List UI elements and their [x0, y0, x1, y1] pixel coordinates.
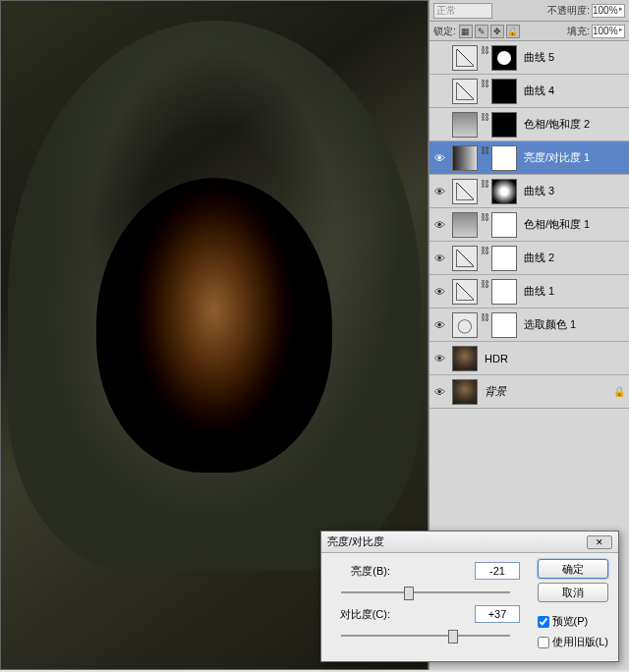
layer-row[interactable]: 👁HDR — [429, 342, 629, 375]
lock-transparency-icon[interactable]: ▦ — [459, 25, 473, 38]
layer-mask-thumbnail[interactable] — [491, 212, 517, 238]
visibility-toggle-icon[interactable]: 👁 — [429, 386, 449, 398]
layer-row[interactable]: 👁⛓选取颜色 1 — [429, 308, 629, 342]
layer-name[interactable]: 选取颜色 1 — [520, 317, 629, 332]
ok-button[interactable]: 确定 — [538, 559, 608, 579]
layer-mask-thumbnail[interactable] — [491, 246, 517, 271]
blend-mode-select[interactable]: 正常 — [433, 3, 492, 19]
panel-header: 正常 不透明度: 100% — [429, 0, 629, 22]
layer-row[interactable]: 👁⛓色相/饱和度 2 — [429, 108, 629, 141]
layer-thumbnail[interactable] — [452, 379, 478, 405]
lock-all-icon[interactable]: 🔒 — [506, 25, 520, 38]
layer-thumbnail[interactable] — [452, 145, 478, 171]
lock-icon: 🔒 — [613, 386, 629, 397]
legacy-checkbox[interactable]: 使用旧版(L) — [538, 635, 608, 649]
layer-name[interactable]: 曲线 4 — [520, 84, 629, 98]
visibility-toggle-icon[interactable]: 👁 — [429, 286, 449, 298]
brightness-slider[interactable] — [341, 585, 510, 600]
mask-link-icon[interactable]: ⛓ — [481, 179, 488, 204]
contrast-input[interactable] — [475, 605, 520, 623]
lock-pixels-icon[interactable]: ✎ — [475, 25, 488, 38]
mask-link-icon[interactable]: ⛓ — [481, 79, 488, 104]
preview-checkbox[interactable]: 预览(P) — [538, 614, 608, 629]
layer-thumbnail[interactable] — [452, 212, 478, 238]
mask-link-icon[interactable]: ⛓ — [481, 112, 488, 138]
layer-mask-thumbnail[interactable] — [491, 79, 517, 104]
lock-row: 锁定: ▦ ✎ ✥ 🔒 填充: 100% — [429, 22, 629, 41]
contrast-slider[interactable] — [341, 628, 510, 644]
lock-label: 锁定: — [433, 25, 456, 38]
mask-link-icon[interactable]: ⛓ — [481, 145, 488, 171]
fill-label: 填充: — [567, 25, 590, 38]
layer-row[interactable]: 👁⛓曲线 2 — [429, 242, 629, 275]
layer-mask-thumbnail[interactable] — [491, 312, 517, 338]
layer-mask-thumbnail[interactable] — [491, 45, 517, 71]
layers-list: 👁⛓曲线 5👁⛓曲线 4👁⛓色相/饱和度 2👁⛓亮度/对比度 1👁⛓曲线 3👁⛓… — [429, 41, 629, 409]
layer-name[interactable]: 色相/饱和度 2 — [520, 117, 629, 132]
layer-name[interactable]: 亮度/对比度 1 — [520, 150, 629, 165]
brightness-input[interactable] — [475, 562, 520, 580]
layer-mask-thumbnail[interactable] — [491, 112, 517, 138]
dialog-title: 亮度/对比度 — [327, 534, 384, 549]
close-icon[interactable]: ✕ — [587, 535, 612, 549]
mask-link-icon[interactable]: ⛓ — [481, 45, 488, 71]
visibility-toggle-icon[interactable]: 👁 — [429, 319, 449, 331]
mask-link-icon[interactable]: ⛓ — [481, 212, 488, 238]
mask-link-icon[interactable]: ⛓ — [481, 279, 488, 305]
layer-thumbnail[interactable] — [452, 246, 478, 271]
layer-mask-thumbnail[interactable] — [491, 145, 517, 171]
layer-thumbnail[interactable] — [452, 279, 478, 305]
layer-row[interactable]: 👁背景🔒 — [429, 375, 629, 409]
layer-name[interactable]: HDR — [481, 353, 629, 364]
layer-row[interactable]: 👁⛓亮度/对比度 1 — [429, 141, 629, 175]
layer-name[interactable]: 曲线 1 — [520, 284, 629, 299]
layer-thumbnail[interactable] — [452, 79, 478, 104]
layer-mask-thumbnail[interactable] — [491, 179, 517, 204]
layer-name[interactable]: 曲线 5 — [520, 50, 629, 65]
layer-thumbnail[interactable] — [452, 312, 478, 338]
layer-row[interactable]: 👁⛓曲线 4 — [429, 75, 629, 108]
fill-input[interactable]: 100% — [592, 25, 625, 38]
layer-name[interactable]: 背景 — [481, 384, 613, 399]
layer-thumbnail[interactable] — [452, 112, 478, 138]
layer-mask-thumbnail[interactable] — [491, 279, 517, 305]
visibility-toggle-icon[interactable]: 👁 — [429, 252, 449, 264]
layer-row[interactable]: 👁⛓曲线 5 — [429, 41, 629, 75]
dialog-title-bar[interactable]: 亮度/对比度 ✕ — [321, 532, 618, 553]
mask-link-icon[interactable]: ⛓ — [481, 246, 488, 271]
opacity-input[interactable]: 100% — [592, 4, 625, 18]
layer-name[interactable]: 色相/饱和度 1 — [520, 217, 629, 232]
visibility-toggle-icon[interactable]: 👁 — [429, 152, 449, 164]
contrast-label: 对比度(C): — [331, 607, 390, 622]
visibility-toggle-icon[interactable]: 👁 — [429, 186, 449, 197]
opacity-label: 不透明度: — [547, 4, 590, 18]
layer-row[interactable]: 👁⛓曲线 3 — [429, 175, 629, 208]
layer-row[interactable]: 👁⛓色相/饱和度 1 — [429, 208, 629, 242]
layer-name[interactable]: 曲线 3 — [520, 184, 629, 198]
layer-thumbnail[interactable] — [452, 179, 478, 204]
layer-row[interactable]: 👁⛓曲线 1 — [429, 275, 629, 308]
layer-thumbnail[interactable] — [452, 346, 478, 371]
lock-position-icon[interactable]: ✥ — [490, 25, 504, 38]
brightness-label: 亮度(B): — [331, 564, 390, 579]
cancel-button[interactable]: 取消 — [538, 583, 608, 602]
mask-link-icon[interactable]: ⛓ — [481, 312, 488, 338]
brightness-contrast-dialog: 亮度/对比度 ✕ 亮度(B): 对比度(C): 确定 取消 预览(P) 使用旧版… — [320, 531, 619, 662]
layer-name[interactable]: 曲线 2 — [520, 251, 629, 265]
visibility-toggle-icon[interactable]: 👁 — [429, 219, 449, 231]
layer-thumbnail[interactable] — [452, 45, 478, 71]
visibility-toggle-icon[interactable]: 👁 — [429, 353, 449, 364]
